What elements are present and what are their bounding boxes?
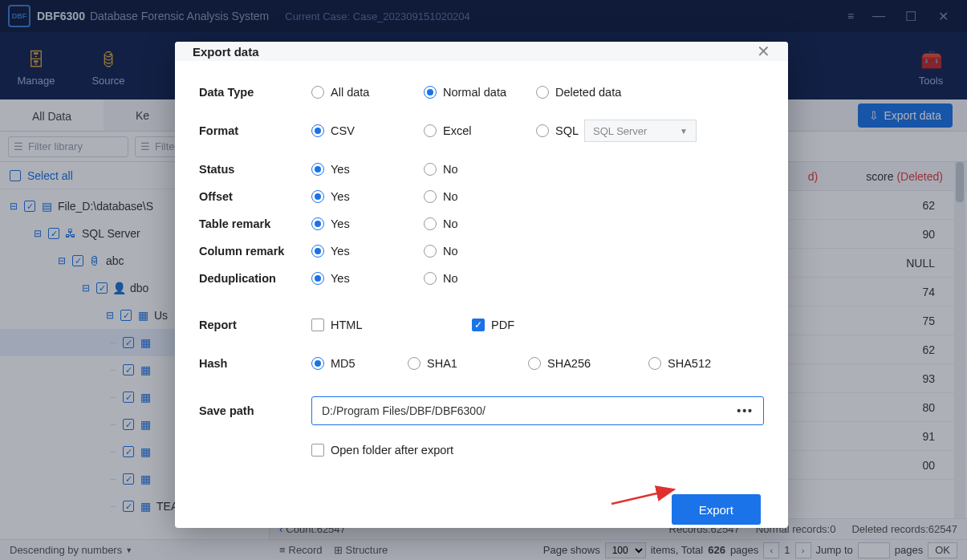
radio-icon	[311, 272, 324, 285]
label-savepath: Save path	[199, 404, 311, 417]
radio-icon	[311, 124, 324, 137]
opt-dedup-no[interactable]: No	[424, 272, 536, 285]
open-folder-checkbox[interactable]: Open folder after export	[311, 444, 453, 457]
modal-body: Data Type All data Normal data Deleted d…	[175, 61, 788, 542]
label-format: Format	[199, 124, 311, 137]
opt-csv[interactable]: CSV	[311, 120, 424, 142]
radio-icon	[424, 272, 437, 285]
opt-md5[interactable]: MD5	[311, 357, 408, 370]
radio-icon	[424, 217, 437, 230]
radio-icon	[424, 190, 437, 203]
opt-cremark-no[interactable]: No	[424, 245, 536, 258]
opt-sha1[interactable]: SHA1	[408, 357, 528, 370]
label-report: Report	[199, 319, 311, 331]
radio-icon	[648, 357, 661, 370]
save-path-input[interactable]: D:/Program Files/DBF/DBF6300/ •••	[311, 396, 764, 425]
chevron-down-icon: ▼	[680, 127, 688, 136]
label-status: Status	[199, 163, 311, 176]
opt-offset-yes[interactable]: Yes	[311, 190, 424, 203]
radio-icon	[311, 86, 324, 99]
opt-pdf[interactable]: PDF	[472, 319, 584, 331]
radio-icon	[424, 124, 437, 137]
opt-sha256[interactable]: SHA256	[528, 357, 648, 370]
opt-tremark-yes[interactable]: Yes	[311, 217, 424, 230]
export-data-modal: Export data ✕ Data Type All data Normal …	[175, 42, 788, 528]
browse-button[interactable]: •••	[737, 404, 754, 417]
radio-icon	[424, 245, 437, 258]
opt-sha512[interactable]: SHA512	[648, 357, 761, 370]
label-column-remark: Column remark	[199, 245, 311, 258]
radio-icon	[528, 357, 541, 370]
opt-offset-no[interactable]: No	[424, 190, 536, 203]
radio-icon	[311, 217, 324, 230]
sql-type-select[interactable]: SQL Server▼	[584, 120, 697, 142]
opt-html[interactable]: HTML	[311, 319, 472, 331]
opt-deleted-data[interactable]: Deleted data	[536, 86, 648, 99]
radio-icon	[424, 163, 437, 176]
radio-icon	[536, 124, 549, 137]
label-datatype: Data Type	[199, 86, 311, 99]
radio-icon	[408, 357, 421, 370]
radio-icon	[311, 357, 324, 370]
checkbox-icon	[472, 319, 485, 331]
checkbox-icon	[311, 319, 324, 331]
modal-header: Export data ✕	[175, 42, 788, 61]
opt-cremark-yes[interactable]: Yes	[311, 245, 424, 258]
modal-title: Export data	[193, 45, 259, 59]
opt-tremark-no[interactable]: No	[424, 217, 536, 230]
opt-normal-data[interactable]: Normal data	[424, 86, 536, 99]
radio-icon	[424, 86, 437, 99]
opt-all-data[interactable]: All data	[311, 86, 424, 99]
modal-close-button[interactable]: ✕	[757, 42, 770, 61]
opt-dedup-yes[interactable]: Yes	[311, 272, 424, 285]
label-dedup: Deduplication	[199, 272, 311, 285]
opt-status-yes[interactable]: Yes	[311, 163, 424, 176]
checkbox-icon	[311, 444, 324, 457]
export-button[interactable]: Export	[672, 494, 761, 525]
label-table-remark: Table remark	[199, 217, 311, 230]
opt-sql[interactable]: SQL	[536, 120, 584, 142]
opt-excel[interactable]: Excel	[424, 120, 536, 142]
radio-icon	[311, 190, 324, 203]
save-path-value: D:/Program Files/DBF/DBF6300/	[322, 404, 486, 417]
opt-status-no[interactable]: No	[424, 163, 536, 176]
radio-icon	[311, 163, 324, 176]
radio-icon	[311, 245, 324, 258]
label-offset: Offset	[199, 190, 311, 203]
label-hash: Hash	[199, 357, 311, 370]
radio-icon	[536, 86, 549, 99]
